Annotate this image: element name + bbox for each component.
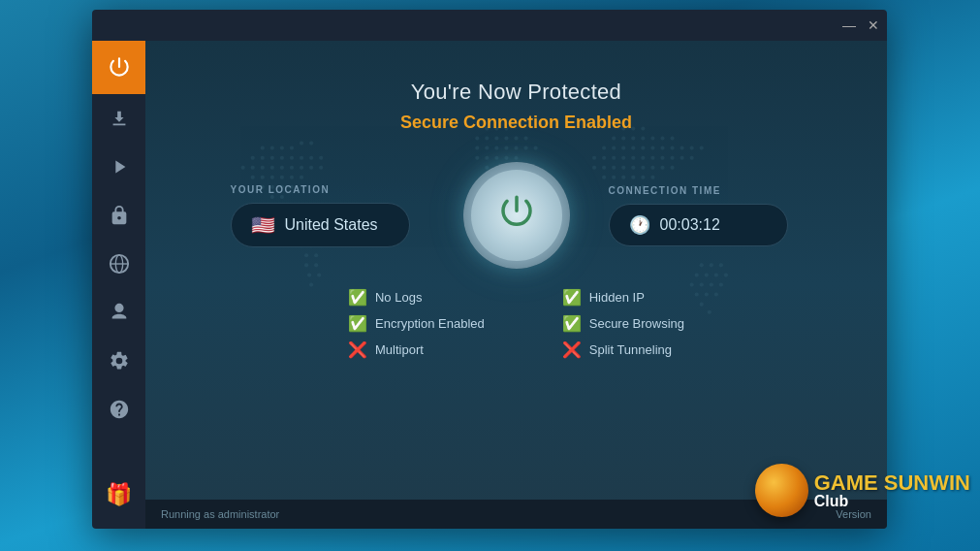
- secure-subtitle: Secure Connection Enabled: [400, 113, 632, 133]
- power-icon: [107, 55, 132, 81]
- protected-title: You're Now Protected: [411, 80, 621, 105]
- title-bar-controls: — ✕: [842, 18, 879, 32]
- ip-icon: [109, 253, 130, 275]
- running-as-text: Running as administrator: [161, 508, 279, 520]
- content-area: You're Now Protected Secure Connection E…: [145, 41, 887, 500]
- clock-icon: 🕐: [629, 214, 650, 236]
- feature-split-tunneling: ❌ Split Tunneling: [562, 340, 684, 359]
- feature-secure-browsing-label: Secure Browsing: [589, 316, 684, 331]
- sidebar-item-gift[interactable]: 🎁: [92, 470, 145, 519]
- feature-no-logs-label: No Logs: [375, 290, 422, 305]
- features-col-right: ✅ Hidden IP ✅ Secure Browsing ❌ Split Tu…: [562, 288, 684, 359]
- check-icon-encryption: ✅: [348, 314, 367, 333]
- user-icon: [109, 302, 130, 323]
- watermark-ball: [755, 464, 808, 517]
- features-row: ✅ No Logs ✅ Encryption Enabled ❌ Multipo…: [145, 288, 887, 359]
- x-icon-split-tunneling: ❌: [562, 340, 582, 359]
- x-icon-multiport: ❌: [348, 340, 367, 359]
- sidebar-item-settings[interactable]: [92, 337, 145, 385]
- feature-encryption-label: Encryption Enabled: [375, 316, 485, 331]
- app-window: — ✕: [92, 10, 887, 529]
- features-col-left: ✅ No Logs ✅ Encryption Enabled ❌ Multipo…: [348, 288, 485, 359]
- check-icon-no-logs: ✅: [348, 288, 367, 307]
- time-label: CONNECTION TIME: [609, 185, 721, 196]
- feature-multiport-label: Multiport: [375, 342, 424, 357]
- location-text: United States: [285, 216, 378, 234]
- watermark-text: GAME SUNWIN Club: [814, 472, 970, 509]
- location-box[interactable]: 🇺🇸 United States: [231, 203, 410, 247]
- sidebar-item-help[interactable]: [92, 385, 145, 434]
- feature-secure-browsing: ✅ Secure Browsing: [562, 314, 684, 333]
- time-panel: CONNECTION TIME 🕐 00:03:12: [609, 185, 803, 246]
- sidebar-item-play[interactable]: [92, 143, 145, 191]
- flag-icon: 🇺🇸: [251, 213, 275, 237]
- settings-icon: [109, 350, 130, 372]
- power-button-center[interactable]: [463, 162, 570, 269]
- location-label: YOUR LOCATION: [231, 184, 331, 195]
- feature-split-tunneling-label: Split Tunneling: [589, 342, 672, 357]
- check-icon-hidden-ip: ✅: [562, 288, 582, 307]
- location-panel: YOUR LOCATION 🇺🇸 United States: [231, 184, 425, 247]
- time-box: 🕐 00:03:12: [609, 204, 788, 246]
- feature-encryption: ✅ Encryption Enabled: [348, 314, 485, 333]
- play-icon: [109, 156, 130, 178]
- lock-icon: [109, 205, 130, 226]
- help-icon: [109, 399, 130, 420]
- sidebar-item-user[interactable]: [92, 288, 145, 337]
- feature-hidden-ip-label: Hidden IP: [589, 290, 645, 305]
- sidebar-item-ip[interactable]: [92, 240, 145, 288]
- feature-multiport: ❌ Multiport: [348, 340, 485, 359]
- info-row: YOUR LOCATION 🇺🇸 United States: [145, 162, 887, 269]
- watermark: GAME SUNWIN Club: [755, 464, 970, 517]
- minimize-button[interactable]: —: [842, 18, 856, 32]
- sidebar-item-download[interactable]: [92, 94, 145, 143]
- power-center-icon: [496, 192, 537, 239]
- watermark-line1: GAME SUNWIN: [814, 472, 970, 494]
- gift-icon: 🎁: [106, 482, 132, 507]
- title-bar: — ✕: [92, 10, 887, 41]
- time-text: 00:03:12: [660, 216, 720, 234]
- sidebar: 🎁: [92, 41, 145, 529]
- sidebar-item-lock[interactable]: [92, 191, 145, 240]
- app-body: 🎁: [92, 41, 887, 529]
- watermark-line2: Club: [814, 494, 970, 509]
- feature-no-logs: ✅ No Logs: [348, 288, 485, 307]
- main-content: You're Now Protected Secure Connection E…: [145, 41, 887, 529]
- close-button[interactable]: ✕: [868, 18, 879, 32]
- download-icon: [109, 108, 130, 129]
- check-icon-secure-browsing: ✅: [562, 314, 582, 333]
- sidebar-power-button[interactable]: [92, 41, 145, 94]
- feature-hidden-ip: ✅ Hidden IP: [562, 288, 684, 307]
